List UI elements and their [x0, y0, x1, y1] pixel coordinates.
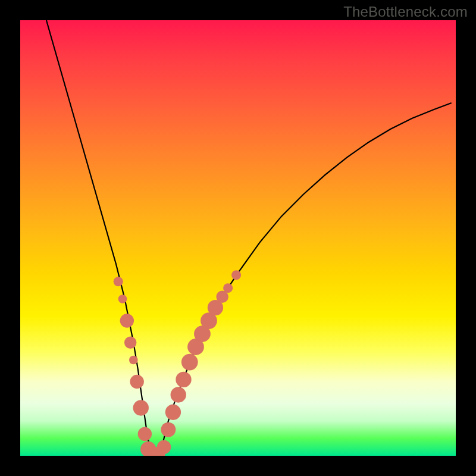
chart-frame: TheBottleneck.com	[0, 0, 476, 476]
bottleneck-curve-canvas	[20, 20, 456, 456]
watermark-text: TheBottleneck.com	[343, 4, 468, 20]
plot-area	[20, 20, 456, 456]
